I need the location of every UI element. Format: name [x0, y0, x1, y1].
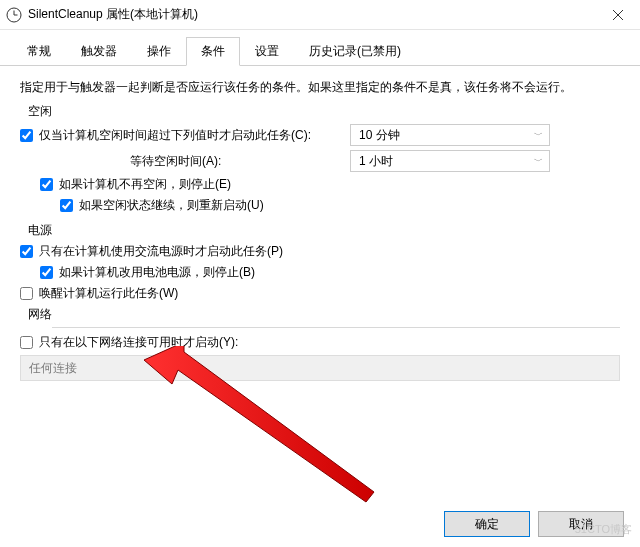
content-pane: 指定用于与触发器一起判断是否应运行该任务的条件。如果这里指定的条件不是真，该任务… — [0, 66, 640, 381]
cancel-button[interactable]: 取消 — [538, 511, 624, 537]
checkbox-network[interactable] — [20, 336, 33, 349]
checkbox-power-battery-stop[interactable] — [40, 266, 53, 279]
checkbox-idle-stop[interactable] — [40, 178, 53, 191]
label-idle-wait: 等待空闲时间(A): — [130, 153, 221, 170]
checkbox-wake[interactable] — [20, 287, 33, 300]
chevron-down-icon: ﹀ — [534, 155, 543, 168]
tab-settings[interactable]: 设置 — [240, 37, 294, 66]
select-network-connection: 任何连接 — [20, 355, 620, 381]
checkbox-power-ac[interactable] — [20, 245, 33, 258]
checkbox-idle-restart[interactable] — [60, 199, 73, 212]
window-icon — [6, 7, 22, 23]
conditions-description: 指定用于与触发器一起判断是否应运行该任务的条件。如果这里指定的条件不是真，该任务… — [20, 78, 620, 97]
select-idle-wait-value: 1 小时 — [359, 153, 393, 170]
divider — [52, 327, 620, 328]
label-power-battery-stop: 如果计算机改用电池电源，则停止(B) — [59, 264, 255, 281]
group-network-label: 网络 — [20, 306, 620, 323]
select-idle-minutes[interactable]: 10 分钟 ﹀ — [350, 124, 550, 146]
checkbox-idle-start[interactable] — [20, 129, 33, 142]
label-idle-start: 仅当计算机空闲时间超过下列值时才启动此任务(C): — [39, 127, 311, 144]
group-idle-label: 空闲 — [20, 103, 620, 120]
tab-actions[interactable]: 操作 — [132, 37, 186, 66]
ok-button[interactable]: 确定 — [444, 511, 530, 537]
tab-general[interactable]: 常规 — [12, 37, 66, 66]
select-idle-minutes-value: 10 分钟 — [359, 127, 400, 144]
select-idle-wait[interactable]: 1 小时 ﹀ — [350, 150, 550, 172]
tab-history[interactable]: 历史记录(已禁用) — [294, 37, 416, 66]
group-power-label: 电源 — [20, 222, 620, 239]
tab-triggers[interactable]: 触发器 — [66, 37, 132, 66]
tab-conditions[interactable]: 条件 — [186, 37, 240, 66]
close-button[interactable] — [595, 0, 640, 30]
label-power-ac: 只有在计算机使用交流电源时才启动此任务(P) — [39, 243, 283, 260]
label-idle-stop: 如果计算机不再空闲，则停止(E) — [59, 176, 231, 193]
tab-bar: 常规 触发器 操作 条件 设置 历史记录(已禁用) — [0, 36, 640, 66]
label-idle-restart: 如果空闲状态继续，则重新启动(U) — [79, 197, 264, 214]
label-wake: 唤醒计算机运行此任务(W) — [39, 285, 178, 302]
label-network: 只有在以下网络连接可用时才启动(Y): — [39, 334, 238, 351]
chevron-down-icon: ﹀ — [534, 129, 543, 142]
window-title: SilentCleanup 属性(本地计算机) — [28, 6, 595, 23]
